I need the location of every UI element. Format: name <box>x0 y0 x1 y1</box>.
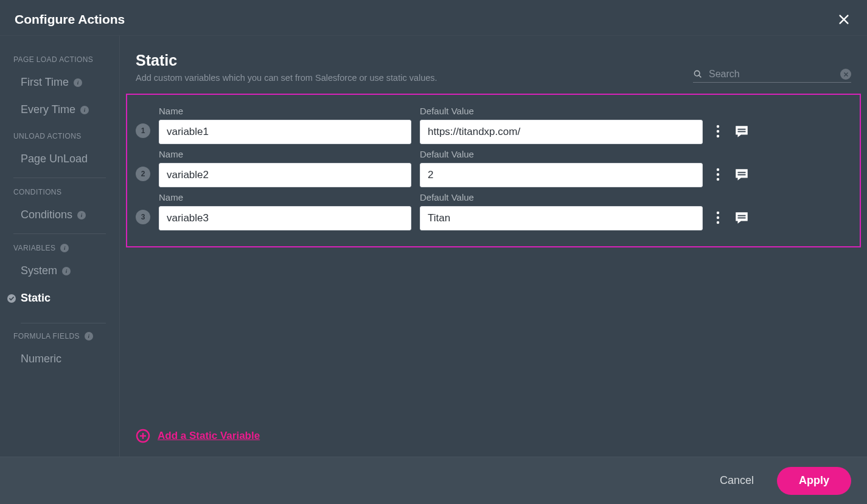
search-box <box>693 69 851 83</box>
main-panel: Static Add custom variables which you ca… <box>120 36 867 457</box>
info-icon: i <box>85 332 93 340</box>
section-conditions: CONDITIONS <box>0 179 119 201</box>
apply-button[interactable]: Apply <box>777 467 851 495</box>
row-comment-button[interactable] <box>733 206 750 229</box>
value-label: Default Value <box>420 149 703 159</box>
value-label: Default Value <box>420 192 703 202</box>
row-comment-button[interactable] <box>733 120 750 143</box>
comment-icon <box>734 123 750 139</box>
kebab-icon <box>716 168 720 181</box>
close-icon <box>843 72 849 77</box>
svg-rect-10 <box>738 129 746 130</box>
plus-circle-icon <box>136 429 150 443</box>
divider <box>13 233 106 234</box>
name-label: Name <box>159 106 411 116</box>
comment-icon <box>734 167 750 182</box>
cancel-button[interactable]: Cancel <box>720 474 754 487</box>
svg-point-8 <box>717 130 719 133</box>
row-index-badge: 1 <box>136 123 150 138</box>
sidebar-item-label: Every Time <box>21 103 75 116</box>
dialog-title: Configure Actions <box>15 12 125 27</box>
sidebar-item-label: Conditions <box>21 209 72 221</box>
row-comment-button[interactable] <box>733 163 750 186</box>
close-icon <box>837 13 851 26</box>
variable-row: 2 Name Default Value <box>136 144 851 187</box>
sidebar-item-every-time[interactable]: Every Timei <box>0 96 119 123</box>
svg-point-13 <box>717 173 719 176</box>
svg-point-2 <box>7 294 16 303</box>
variable-row: 3 Name Default Value <box>136 187 851 230</box>
sidebar-item-label: First Time <box>21 76 69 89</box>
info-icon: i <box>62 267 71 275</box>
svg-rect-11 <box>738 131 746 132</box>
variable-list: 1 Name Default Value 2 <box>126 94 861 247</box>
check-icon <box>7 294 16 303</box>
sidebar-item-first-time[interactable]: First Timei <box>0 69 119 96</box>
sidebar-item-label: Static <box>21 292 50 305</box>
section-variables: VARIABLESi <box>0 235 119 257</box>
search-input[interactable] <box>709 69 834 80</box>
section-unload: UNLOAD ACTIONS <box>0 123 119 145</box>
sidebar-item-conditions[interactable]: Conditionsi <box>0 201 119 229</box>
dialog-footer: Cancel Apply <box>0 457 867 504</box>
info-icon: i <box>60 244 69 252</box>
svg-rect-20 <box>738 215 746 216</box>
page-title: Static <box>136 52 437 69</box>
value-label: Default Value <box>420 106 703 116</box>
section-page-load: PAGE LOAD ACTIONS <box>0 47 119 69</box>
info-icon: i <box>74 78 82 87</box>
row-menu-button[interactable] <box>711 206 725 229</box>
svg-point-7 <box>717 125 719 128</box>
svg-point-18 <box>717 216 719 219</box>
row-index-badge: 2 <box>136 167 150 181</box>
svg-point-9 <box>717 135 719 137</box>
row-index-badge: 3 <box>136 210 150 224</box>
name-input[interactable] <box>159 163 411 187</box>
sidebar-item-label: System <box>21 264 57 277</box>
name-input[interactable] <box>159 206 411 230</box>
clear-search-button[interactable] <box>840 69 851 80</box>
section-formula: FORMULA FIELDSi <box>0 323 119 345</box>
svg-point-17 <box>717 212 719 214</box>
page-desc: Add custom variables which you can set f… <box>136 73 437 83</box>
sidebar-item-label: Numeric <box>21 353 61 365</box>
divider <box>13 178 106 178</box>
svg-point-19 <box>717 221 719 224</box>
name-label: Name <box>159 192 411 202</box>
sidebar-item-static[interactable]: Static <box>0 285 119 312</box>
search-icon <box>693 69 703 79</box>
comment-icon <box>734 210 750 226</box>
value-input[interactable] <box>420 206 703 230</box>
sidebar-item-page-unload[interactable]: Page UnLoad <box>0 145 119 173</box>
value-input[interactable] <box>420 163 703 187</box>
svg-point-14 <box>717 178 719 181</box>
svg-rect-15 <box>738 172 746 173</box>
sidebar-item-label: Page UnLoad <box>21 153 88 165</box>
sidebar-item-system[interactable]: Systemi <box>0 257 119 285</box>
svg-rect-21 <box>738 217 746 218</box>
value-input[interactable] <box>420 120 703 144</box>
sidebar-item-numeric[interactable]: Numeric <box>0 345 119 373</box>
kebab-icon <box>716 125 720 138</box>
info-icon: i <box>80 106 89 114</box>
svg-point-12 <box>717 168 719 171</box>
name-input[interactable] <box>159 120 411 144</box>
svg-line-4 <box>699 75 701 77</box>
svg-point-3 <box>694 71 700 76</box>
add-variable-label: Add a Static Variable <box>158 430 260 442</box>
sidebar: PAGE LOAD ACTIONS First Timei Every Time… <box>0 36 120 457</box>
variable-row: 1 Name Default Value <box>136 101 851 144</box>
dialog-header: Configure Actions <box>0 0 867 35</box>
info-icon: i <box>77 211 86 219</box>
svg-rect-16 <box>738 174 746 175</box>
kebab-icon <box>716 211 720 224</box>
add-variable-link[interactable]: Add a Static Variable <box>136 429 260 443</box>
row-menu-button[interactable] <box>711 163 725 186</box>
name-label: Name <box>159 149 411 159</box>
row-menu-button[interactable] <box>711 120 725 143</box>
close-button[interactable] <box>835 11 852 28</box>
